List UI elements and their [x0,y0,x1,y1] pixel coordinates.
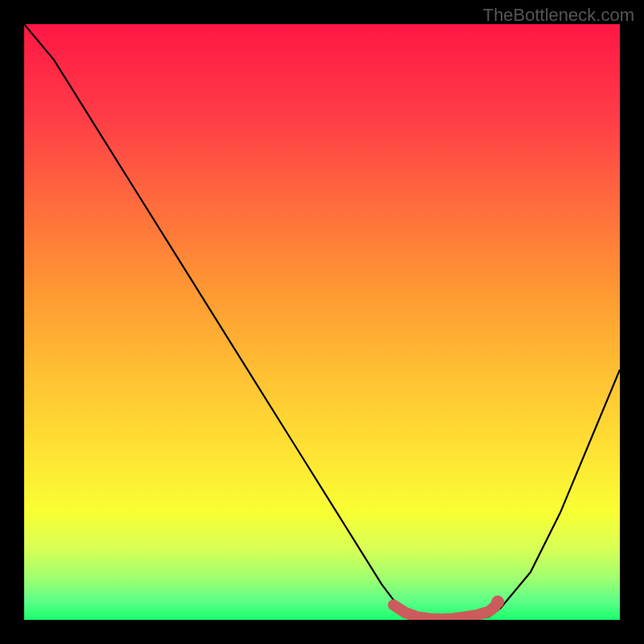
chart-svg [24,24,620,620]
bottleneck-curve [24,24,620,620]
watermark-text: TheBottleneck.com [483,5,634,26]
plot-area [24,24,620,620]
optimal-marker-dot [491,596,504,609]
optimal-marker-curve [394,602,498,619]
